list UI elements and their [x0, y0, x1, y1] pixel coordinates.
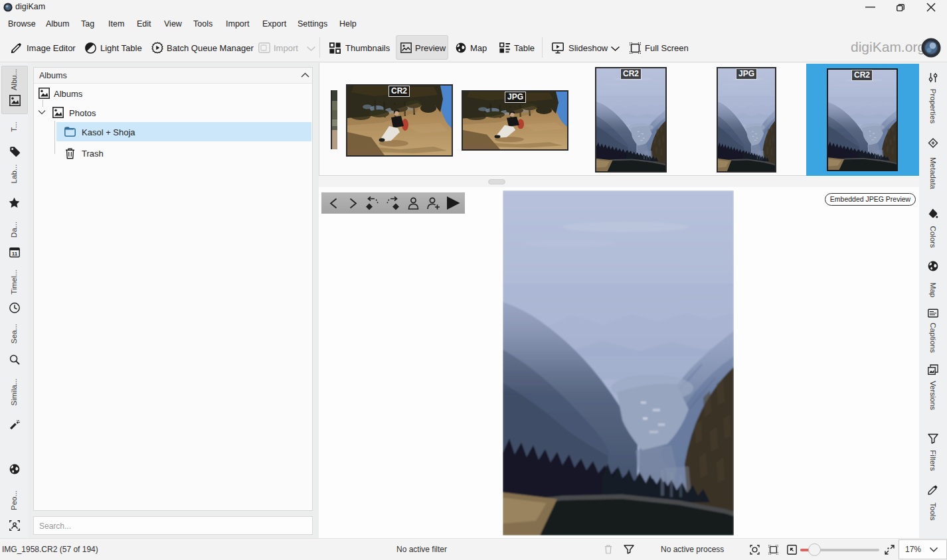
svg-text:11: 11 [12, 251, 18, 257]
